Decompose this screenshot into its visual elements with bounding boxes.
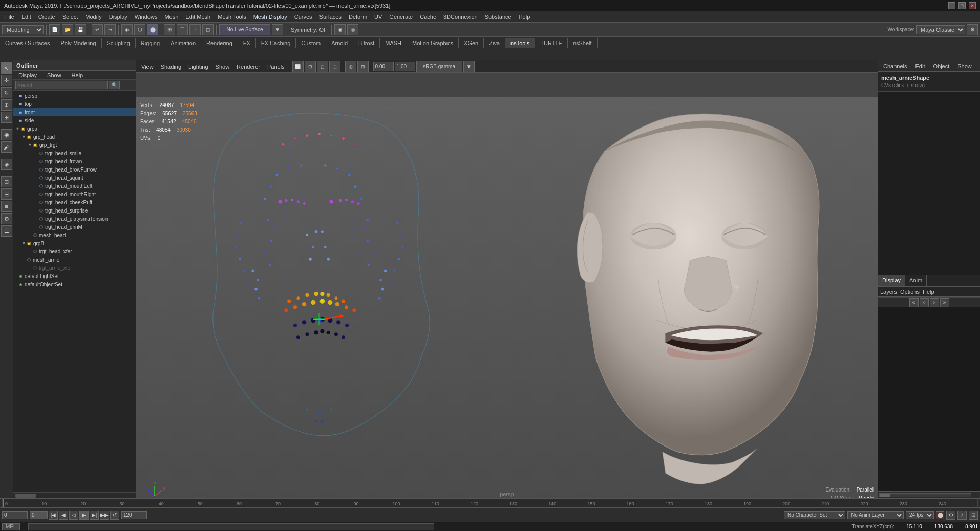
select-tool-button[interactable]: ◈: [121, 24, 133, 35]
translate-button[interactable]: ✛: [1, 75, 12, 86]
channels-menu[interactable]: Channels: [881, 63, 909, 69]
command-input[interactable]: [28, 523, 434, 530]
goto-start-button[interactable]: |◀: [49, 511, 58, 520]
outliner-item-front[interactable]: ■ front: [13, 108, 136, 116]
vp-xray-button[interactable]: ◌: [329, 61, 340, 72]
expand-icon-grpb[interactable]: ▼: [22, 241, 26, 246]
make-live-button[interactable]: ⊟: [1, 188, 12, 200]
mel-label[interactable]: MEL: [2, 523, 20, 530]
shelf-tab-xgen[interactable]: XGen: [459, 38, 484, 48]
menu-display[interactable]: Display: [106, 13, 131, 21]
expand-icon-grpa[interactable]: ▼: [15, 126, 20, 131]
menu-edit[interactable]: Edit: [18, 13, 34, 21]
mode-dropdown[interactable]: Modeling Animation Rigging FX Rendering: [2, 25, 44, 34]
outliner-item-cheekpuff[interactable]: ⬡ trgt_head_cheekPuff: [13, 198, 136, 206]
tool-settings-button[interactable]: ⚙: [1, 213, 12, 224]
show-menu[interactable]: Show: [955, 63, 974, 69]
render-button[interactable]: ◉: [334, 24, 346, 35]
shelf-tab-turtle[interactable]: TURTLE: [535, 38, 568, 48]
snap-curve-button[interactable]: ⌒: [177, 24, 188, 35]
step-forward-button[interactable]: ▶|: [90, 511, 99, 520]
soft-select-button[interactable]: ◉: [1, 129, 12, 140]
outliner-item-mouthright[interactable]: ⬡ trgt_head_mouthRight: [13, 190, 136, 198]
menu-create[interactable]: Create: [35, 13, 58, 21]
shelf-tab-rigging[interactable]: Rigging: [136, 38, 165, 48]
outliner-item-frown[interactable]: ⬡ trgt_head_frown: [13, 157, 136, 165]
shelf-tab-ziva[interactable]: Ziva: [484, 38, 505, 48]
minimize-button[interactable]: —: [948, 2, 955, 9]
shelf-tab-arnold[interactable]: Arnold: [326, 38, 353, 48]
vp-color-mode-button[interactable]: sRGB gamma: [416, 61, 462, 72]
right-panel-scroll-thumb[interactable]: [880, 494, 890, 497]
outliner-item-top[interactable]: ■ top: [13, 100, 136, 108]
fps-dropdown[interactable]: 24 fps: [906, 511, 934, 519]
viewport-menu-panels[interactable]: Panels: [264, 63, 288, 70]
show-manipulator-button[interactable]: ◈: [1, 159, 12, 170]
menu-surfaces[interactable]: Surfaces: [316, 13, 345, 21]
cvs-label[interactable]: CVs (click to show): [881, 82, 977, 88]
shelf-tab-nstools[interactable]: nsTools: [505, 38, 535, 48]
paint-select-button[interactable]: ⬤: [147, 24, 158, 35]
object-menu[interactable]: Object: [931, 63, 951, 69]
anim-prefs-button[interactable]: ⚙: [946, 511, 955, 520]
universal-manip-button[interactable]: ⊞: [1, 112, 12, 123]
snap-point-button[interactable]: ·: [189, 24, 201, 35]
outliner-item-defaultlightset[interactable]: ◈ defaultLightSet: [13, 272, 136, 280]
menu-edit-mesh[interactable]: Edit Mesh: [182, 13, 214, 21]
menu-curves[interactable]: Curves: [291, 13, 315, 21]
timeline-scroll-button[interactable]: ⊡: [969, 511, 978, 520]
menu-help[interactable]: Help: [516, 13, 534, 21]
workspace-settings-button[interactable]: ⚙: [967, 24, 978, 35]
vp-smooth-button[interactable]: ◻: [317, 61, 328, 72]
goto-end-button[interactable]: ▶▶: [100, 511, 109, 520]
outliner-search-button[interactable]: 🔍: [109, 81, 120, 89]
vp-color-max-input[interactable]: [395, 62, 415, 71]
viewport-menu-show[interactable]: Show: [212, 63, 233, 70]
viewport-canvas[interactable]: ✦ Verts: 24087 17594 Edges: 65627 35563: [136, 97, 878, 498]
character-set-dropdown[interactable]: No Character Set: [784, 511, 845, 519]
layer-last-button[interactable]: »: [940, 298, 949, 307]
vp-isolation-button[interactable]: ◎: [345, 61, 356, 72]
display-tab[interactable]: Display: [878, 275, 905, 286]
vp-color-min-input[interactable]: [373, 62, 394, 71]
current-frame-input[interactable]: [30, 511, 48, 519]
outliner-item-side[interactable]: ■ side: [13, 116, 136, 124]
expand-icon-grphead[interactable]: ▼: [22, 134, 26, 139]
rotate-button[interactable]: ↻: [1, 87, 12, 98]
menu-windows[interactable]: Windows: [132, 13, 161, 21]
outliner-scrollbar[interactable]: [13, 492, 136, 498]
playhead[interactable]: [3, 499, 4, 507]
shelf-tab-nsshelf[interactable]: nsShelf: [568, 38, 598, 48]
menu-generate[interactable]: Generate: [386, 13, 416, 21]
outliner-menu-help[interactable]: Help: [69, 71, 87, 79]
viewport-menu-renderer[interactable]: Renderer: [233, 63, 263, 70]
range-start-input[interactable]: [2, 511, 28, 519]
loop-button[interactable]: ↺: [110, 511, 119, 520]
menu-cache[interactable]: Cache: [417, 13, 439, 21]
paint-weights-button[interactable]: 🖌: [1, 141, 12, 153]
outliner-item-browfurrow[interactable]: ⬡ trgt_head_browFurrow: [13, 165, 136, 174]
menu-file[interactable]: File: [2, 13, 17, 21]
play-forward-button[interactable]: ▶: [79, 511, 89, 520]
outliner-search-input[interactable]: [15, 81, 108, 89]
shelf-tab-custom[interactable]: Custom: [296, 38, 326, 48]
snap-surface-button[interactable]: ◻: [202, 24, 214, 35]
viewport-menu-lighting[interactable]: Lighting: [185, 63, 211, 70]
auto-key-button[interactable]: ⬤: [936, 511, 944, 519]
right-panel-scrollbar[interactable]: [878, 491, 980, 498]
channel-box-button[interactable]: ☰: [1, 225, 12, 237]
outliner-item-mesh-head[interactable]: ⬡ mesh_head: [13, 231, 136, 239]
shelf-tab-motiongraphics[interactable]: Motion Graphics: [407, 38, 459, 48]
outliner-item-surprise[interactable]: ⬡ trgt_head_surprise: [13, 206, 136, 215]
timeline-ruler[interactable]: 0 10 20 30 40 50 60 70 80 90 100 110 120…: [2, 499, 978, 508]
outliner-item-phnm[interactable]: ⬡ trgt_head_phnM: [13, 223, 136, 231]
vp-color-dropdown[interactable]: ▼: [463, 61, 475, 72]
snap-grid-button[interactable]: ⊞: [164, 24, 175, 35]
shelf-tab-rendering[interactable]: Rendering: [201, 38, 238, 48]
scale-button[interactable]: ⊕: [1, 99, 12, 111]
outliner-item-arnie-xfer[interactable]: ⬡ trgt_arnie_xfer: [13, 264, 136, 272]
shelf-tab-sculpting[interactable]: Sculpting: [102, 38, 136, 48]
shelf-tab-fxcaching[interactable]: FX Caching: [256, 38, 296, 48]
shelf-tab-bifrost[interactable]: Bifrost: [353, 38, 380, 48]
anim-tab[interactable]: Anim: [905, 275, 927, 286]
